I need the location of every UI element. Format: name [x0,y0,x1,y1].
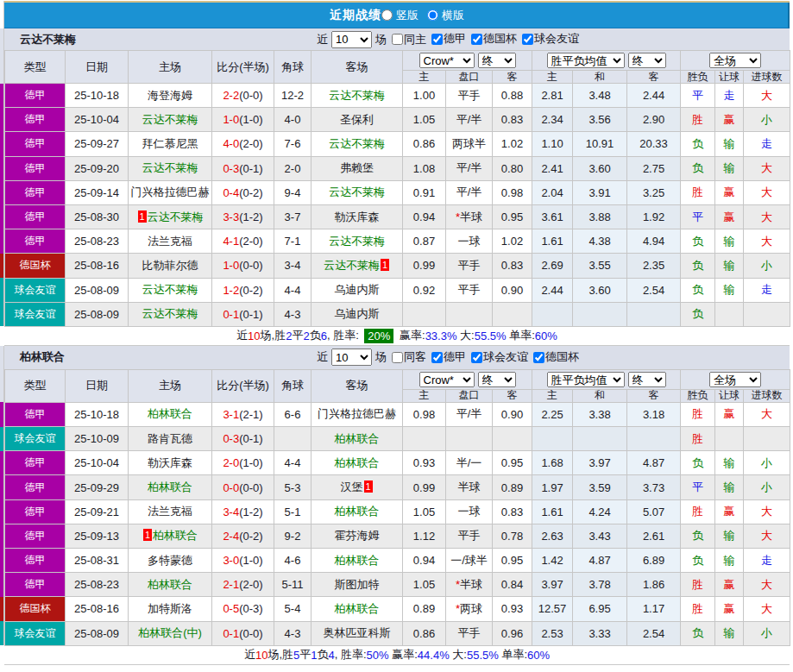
same-venue-checkbox[interactable] [392,352,403,363]
home-team-name: 柏林联合(中) [138,626,202,639]
subcol-outcome: 胜负 [681,389,715,402]
league-checkbox[interactable] [471,34,482,45]
red-card-badge: 1 [381,259,389,271]
league-type-cell: 德甲 [5,84,66,108]
water-away-cell: 0.90 [493,402,532,426]
handicap-cell: 一/球半 [446,549,493,573]
date-cell: 25-09-21 [66,499,129,524]
handicap-cell [446,302,493,326]
full-time-score: 4-1 [223,235,239,248]
water-home-cell: 1.05 [403,108,446,132]
bookmaker-select[interactable]: Crow* [419,372,475,387]
league-checkbox[interactable] [431,34,443,45]
bookmaker-final-select[interactable]: 终 [478,53,516,68]
water-home-cell: 0.94 [403,549,446,573]
score-cell: 0-1(0-1) [212,302,274,326]
col-header-date: 日期 [66,51,129,84]
full-time-score: 3-3 [223,210,239,223]
home-team-cell: 柏林联合(中) [129,621,212,645]
league-type-cell: 德甲 [5,499,66,524]
away-team-name: 霍芬海姆 [335,529,380,542]
goals-outcome-cell: 大 [744,597,790,621]
summary-text: 负 [317,647,328,663]
date-cell: 25-08-09 [66,278,129,302]
league-type-cell: 德甲 [5,229,66,254]
home-team-name: 加特斯洛 [148,602,192,615]
league-checkbox[interactable] [533,352,544,363]
layout-radio-vertical[interactable] [381,9,393,21]
league-filter[interactable]: 德甲 [426,31,466,47]
layout-radio-horizontal[interactable] [427,9,438,21]
league-checkbox[interactable] [471,352,482,363]
full-time-score: 1-2 [223,284,239,297]
water-home-cell [403,427,446,451]
water-away-cell: 0.80 [493,156,532,180]
goals-outcome-cell: 大 [744,524,790,548]
league-filter[interactable]: 德甲 [426,349,466,365]
summary-text: 平 [292,328,303,343]
score-cell: 3-3(1-2) [212,204,274,229]
match-row: 球会友谊25-08-09云达不莱梅0-1(0-1)4-3乌迪内斯负 [5,302,790,326]
league-checkbox[interactable] [522,34,533,45]
summary-text: 33.3% [425,330,457,342]
score-cell: 0-3(0-1) [212,427,274,451]
home-team-cell: 法兰克福 [129,229,212,254]
average-odds-select[interactable]: 胜平负均值 [547,53,625,68]
water-away-cell: 0.83 [493,108,532,132]
avg-draw-cell: 3.48 [573,84,627,108]
summary-text: 大: [450,647,467,663]
score-cell: 2-4(0-2) [212,524,274,548]
water-home-cell: 1.12 [403,524,446,548]
summary-text: 单率: [499,647,527,663]
league-filter[interactable]: 球会友谊 [517,31,579,47]
avg-away-cell [627,427,681,451]
avg-away-cell: 4.94 [627,229,681,254]
scope-select[interactable]: 全场 [709,53,761,68]
average-final-select[interactable]: 终 [628,372,666,387]
same-venue-label: 同客 [404,349,426,365]
water-away-cell: 0.96 [493,621,532,645]
half-time-score: (0-1) [239,308,262,321]
outcome-cell: 胜 [681,108,715,132]
match-row: 德甲25-10-18柏林联合3-1(2-1)6-6门兴格拉德巴赫0.98平/半0… [5,402,790,426]
half-time-score: (1-2) [239,506,262,518]
league-checkbox[interactable] [431,352,443,363]
league-filters: 德甲球会友谊德国杯 [426,349,579,366]
average-odds-select[interactable]: 胜平负均值 [547,372,625,387]
full-time-score: 0-0 [223,481,239,494]
league-filter[interactable]: 球会友谊 [466,349,528,365]
average-final-select[interactable]: 终 [628,53,666,68]
water-home-cell: 0.87 [403,229,446,254]
handicap-name: 半球 [458,480,481,493]
corners-cell: 5-4 [274,597,312,621]
handicap-cell: 半球 [446,475,493,499]
matches-count-select[interactable]: 10 [331,349,372,366]
summary-text: 负 [310,328,321,343]
score-cell: 4-1(2-0) [212,229,274,254]
scope-select[interactable]: 全场 [709,372,761,387]
handicap-outcome-cell [715,427,744,451]
league-type-cell: 球会友谊 [5,302,66,326]
league-filter[interactable]: 德国杯 [528,349,579,365]
away-team-cell: 乌迪内斯 [312,278,403,302]
corners-cell: 2-0 [274,156,312,180]
bookmaker-select[interactable]: Crow* [419,53,475,68]
layout-option-horizontal[interactable]: 横版 [427,8,473,23]
layout-option-vertical[interactable]: 竖版 [381,8,427,23]
match-row: 德甲25-09-29柏林联合0-0(0-0)5-3汉堡10.99半球0.891.… [5,475,790,499]
avg-away-cell [627,302,681,326]
league-label: 德甲 [444,31,466,47]
home-team-cell: 云达不莱梅 [129,108,212,132]
same-venue-filter[interactable]: 同客 [387,349,426,365]
match-row: 德甲25-09-20云达不莱梅0-3(0-1)2-0弗赖堡1.08平/半0.80… [5,156,790,180]
matches-count-select[interactable]: 10 [331,31,372,48]
bookmaker-final-select[interactable]: 终 [478,372,516,387]
same-venue-filter[interactable]: 同主 [387,32,426,47]
home-team-name: 海登海姆 [148,89,192,102]
same-venue-checkbox[interactable] [392,34,403,45]
home-team-name: 多特蒙德 [148,554,192,567]
away-team-cell: 柏林联合 [312,597,403,621]
away-team-name: 柏林联合 [335,456,380,469]
filter-recent-label: 近 [317,32,328,47]
league-filter[interactable]: 德国杯 [466,31,517,47]
